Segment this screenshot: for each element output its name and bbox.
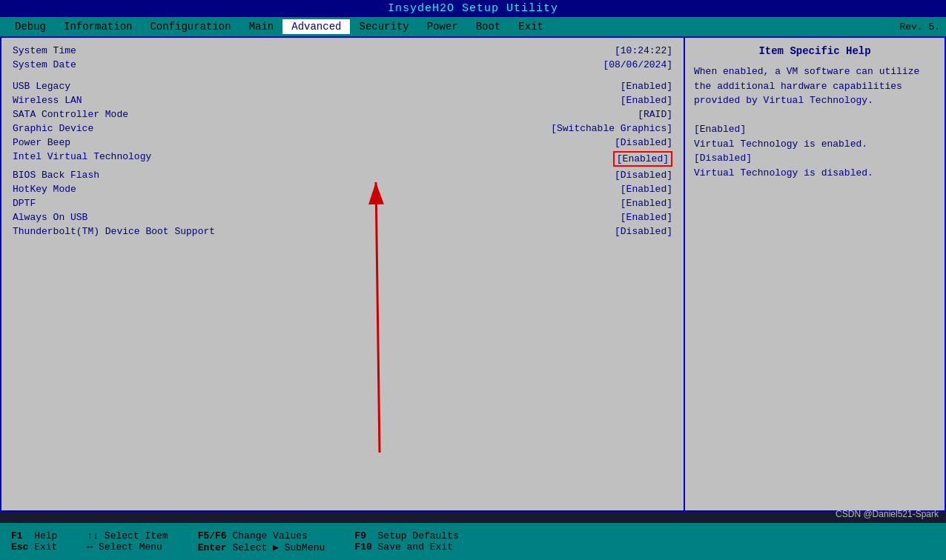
settings-panel: System Time [10:24:22] System Date [08/0… [1, 38, 685, 510]
menu-main[interactable]: Main [240, 19, 283, 34]
menu-power[interactable]: Power [418, 19, 467, 34]
watermark: CSDN @Daniel521-Spark [836, 509, 939, 519]
status-defaults: F9 Setup Defaults F10 Save and Exit [354, 530, 458, 553]
setting-bios-back-flash[interactable]: BIOS Back Flash [Disabled] [13, 170, 672, 181]
menu-security[interactable]: Security [350, 19, 417, 34]
status-f5f6: F5/F6 Change Values [198, 530, 325, 541]
setting-usb-legacy[interactable]: USB Legacy [Enabled] [13, 81, 672, 92]
setting-intel-vt[interactable]: Intel Virtual Technology [Enabled] [13, 151, 672, 167]
menu-information[interactable]: Information [55, 19, 141, 34]
setting-always-on-usb[interactable]: Always On USB [Enabled] [13, 212, 672, 223]
setting-graphic-device[interactable]: Graphic Device [Switchable Graphics] [13, 123, 672, 134]
menu-configuration[interactable]: Configuration [141, 19, 239, 34]
menu-boot[interactable]: Boot [467, 19, 510, 34]
setting-wireless-lan[interactable]: Wireless LAN [Enabled] [13, 95, 672, 106]
revision-label: Rev. 5. [899, 21, 940, 33]
help-title: Item Specific Help [694, 45, 936, 57]
setting-dptf[interactable]: DPTF [Enabled] [13, 198, 672, 209]
setting-hotkey-mode[interactable]: HotKey Mode [Enabled] [13, 184, 672, 195]
setting-system-date[interactable]: System Date [08/06/2024] [13, 59, 672, 70]
status-f1-key: F1 Help [11, 530, 57, 541]
help-text: When enabled, a VM software can utilize … [694, 64, 936, 180]
title-text: InsydeH2O Setup Utility [388, 2, 558, 15]
status-f9: F9 Setup Defaults [354, 530, 458, 541]
setting-power-beep[interactable]: Power Beep [Disabled] [13, 137, 672, 148]
menu-bar: Debug Information Configuration Main Adv… [0, 17, 946, 36]
setting-sata-controller[interactable]: SATA Controller Mode [RAID] [13, 109, 672, 120]
status-select: ↑↓ Select Item ↔ Select Menu [87, 530, 168, 553]
status-enter: Enter Select ▶ SubMenu [198, 541, 325, 553]
setting-thunderbolt[interactable]: Thunderbolt(TM) Device Boot Support [Dis… [13, 226, 672, 237]
status-f1: F1 Help Esc Exit [11, 530, 57, 553]
menu-debug[interactable]: Debug [6, 19, 55, 34]
status-values: F5/F6 Change Values Enter Select ▶ SubMe… [198, 530, 325, 553]
setting-system-time[interactable]: System Time [10:24:22] [13, 45, 672, 56]
menu-exit[interactable]: Exit [509, 19, 552, 34]
status-f10: F10 Save and Exit [354, 541, 458, 553]
status-updown: ↑↓ Select Item [87, 530, 168, 541]
main-content: System Time [10:24:22] System Date [08/0… [0, 36, 946, 512]
status-leftright: ↔ Select Menu [87, 541, 168, 553]
status-bar: F1 Help Esc Exit ↑↓ Select Item ↔ Select… [0, 523, 946, 560]
help-panel: Item Specific Help When enabled, a VM so… [685, 38, 945, 510]
title-bar: InsydeH2O Setup Utility [0, 0, 946, 17]
menu-advanced[interactable]: Advanced [282, 19, 350, 34]
status-esc-key: Esc Exit [11, 541, 57, 553]
